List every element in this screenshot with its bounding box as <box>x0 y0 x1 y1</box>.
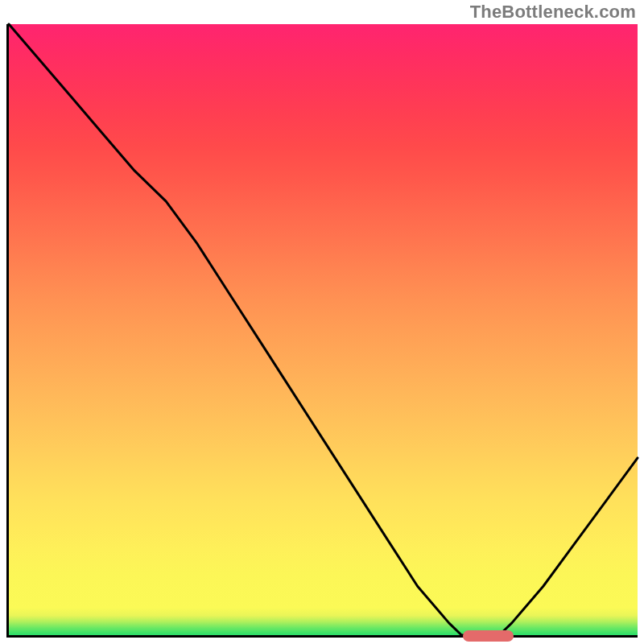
optimal-marker <box>463 630 514 642</box>
chart-plot-area <box>6 24 638 638</box>
chart-curve-line <box>9 24 638 635</box>
chart-svg <box>9 24 638 635</box>
watermark-label: TheBottleneck.com <box>470 2 636 23</box>
